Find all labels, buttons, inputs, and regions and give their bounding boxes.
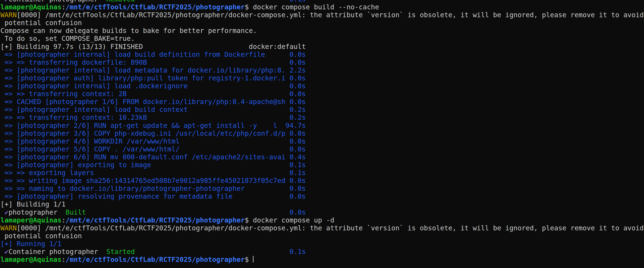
terminal-line: => [photographer internal] load build de… <box>0 50 644 58</box>
terminal-text-segment <box>0 208 4 216</box>
terminal-text-segment: => [photographer 4/6] WORKDIR /var/www/h… <box>0 137 306 145</box>
terminal-text-segment: [0000] /mnt/e/ctfTools/CtfLab/RCTF2025/p… <box>17 224 644 232</box>
terminal-text-segment: => => transferring context: 2B 0.0s <box>0 90 306 98</box>
terminal-text-segment: [+] Running 1/1 <box>0 240 62 248</box>
terminal-line: => [photographer auth] library/php:pull … <box>0 74 644 82</box>
terminal-text-segment: lamaper@Aquinas <box>0 256 62 263</box>
terminal-text-segment: => [photographer auth] library/php:pull … <box>0 74 306 82</box>
terminal-line: => [photographer] resolving provenance f… <box>0 192 644 200</box>
terminal-text-segment: potential confusion <box>0 232 82 240</box>
terminal-text-segment: ✔ <box>4 0 8 3</box>
terminal-output: ✔Container photographer Removed 0.1slama… <box>0 0 644 263</box>
terminal-text-segment: : <box>62 216 66 224</box>
terminal-line: => => transferring dockerfile: 890B 0.0s <box>0 58 644 66</box>
terminal-line: => => transferring context: 2B 0.0s <box>0 90 644 98</box>
terminal-text-segment <box>98 0 106 3</box>
terminal-line: => [photographer 4/6] WORKDIR /var/www/h… <box>0 137 644 145</box>
terminal-line: => [photographer internal] load metadata… <box>0 66 644 74</box>
terminal-text-segment: => [photographer 5/6] COPY . /var/www/ht… <box>0 145 306 153</box>
terminal-text-segment: potential confusion <box>0 19 82 26</box>
terminal-text-segment: => [photographer 2/6] RUN apt-get update… <box>0 122 306 129</box>
terminal-text-segment: => CACHED [photographer 1/6] FROM docker… <box>0 98 306 106</box>
terminal-line: [+] Building 97.7s (13/13) FINISHED dock… <box>0 42 644 50</box>
terminal-line: => [photographer 3/6] COPY php-xdebug.in… <box>0 129 644 137</box>
terminal-line: => => naming to docker.io/library/photog… <box>0 184 644 192</box>
terminal-text-segment: => => naming to docker.io/library/photog… <box>0 184 306 192</box>
terminal-text-segment: lamaper@Aquinas <box>0 216 62 224</box>
terminal-text-segment: : <box>62 3 66 11</box>
terminal-line: [+] Building 1/1 <box>0 200 644 208</box>
terminal-text-segment <box>98 248 106 256</box>
terminal-text-segment: : <box>62 256 66 263</box>
terminal-text-segment <box>86 208 290 216</box>
terminal-text-segment: => [photographer] resolving provenance f… <box>0 192 306 200</box>
terminal-text-segment: => [photographer internal] load metadata… <box>0 66 306 74</box>
terminal-text-segment: [+] Building 97.7s (13/13) FINISHED <box>0 42 143 50</box>
terminal-line: lamaper@Aquinas:/mnt/e/ctfTools/CtfLab/R… <box>0 256 644 263</box>
terminal-text-segment: WARN <box>0 11 17 19</box>
terminal-text-segment: => [photographer] exporting to image 0.1… <box>0 161 306 169</box>
terminal-text-segment: $ docker compose up -d <box>245 216 334 224</box>
terminal-text-segment: => [photographer 6/6] RUN mv 000-default… <box>0 153 306 161</box>
terminal-text-segment: ✔ <box>4 248 8 256</box>
terminal-line: => [photographer 2/6] RUN apt-get update… <box>0 122 644 129</box>
terminal-text-segment: Container photographer <box>8 0 98 3</box>
terminal-line: ✔Container photographer Removed 0.1s <box>0 0 644 3</box>
terminal-line: => => transferring context: 10.23kB 0.2s <box>0 113 644 121</box>
terminal-line: To do so, set COMPOSE_BAKE=true. <box>0 34 644 42</box>
terminal-line: WARN[0000] /mnt/e/ctfTools/CtfLab/RCTF20… <box>0 224 644 232</box>
terminal-line: => [photographer] exporting to image 0.1… <box>0 161 644 169</box>
terminal-line: => [photographer 5/6] COPY . /var/www/ht… <box>0 145 644 153</box>
terminal-line: Compose can now delegate builds to bake … <box>0 26 644 34</box>
terminal-text-segment: $ docker compose build --no-cache <box>245 3 379 11</box>
terminal-line: => => writing image sha256:14314765ed508… <box>0 176 644 184</box>
terminal-text-segment: 0.1s <box>290 248 306 256</box>
terminal-text-segment: Built <box>66 208 86 216</box>
terminal-text-segment: photographer <box>8 208 58 216</box>
terminal-text-segment: => [photographer internal] load build co… <box>0 106 306 113</box>
terminal-text-segment: docker:default <box>249 42 306 50</box>
terminal-text-segment: Removed <box>106 0 135 3</box>
terminal-text-segment: [0000] /mnt/e/ctfTools/CtfLab/RCTF2025/p… <box>17 11 644 19</box>
terminal-line: potential confusion <box>0 232 644 240</box>
terminal-line: lamaper@Aquinas:/mnt/e/ctfTools/CtfLab/R… <box>0 216 644 224</box>
terminal-line: [+] Running 1/1 <box>0 240 644 248</box>
terminal-text-segment: => => transferring dockerfile: 890B 0.0s <box>0 58 306 66</box>
text-cursor <box>253 256 254 262</box>
terminal-text-segment: $ <box>245 256 253 263</box>
terminal-text-segment <box>0 0 4 3</box>
terminal-text-segment: /mnt/e/ctfTools/CtfLab/RCTF2025/photogra… <box>66 216 244 224</box>
terminal-text-segment: 0.1s <box>290 0 306 3</box>
terminal-text-segment: => => writing image sha256:14314765ed508… <box>0 176 306 184</box>
terminal-text-segment: 0.0s <box>290 208 306 216</box>
terminal-text-segment: WARN <box>0 224 17 232</box>
terminal-text-segment: Started <box>106 248 135 256</box>
terminal[interactable]: ✔Container photographer Removed 0.1slama… <box>0 0 644 263</box>
terminal-line: => CACHED [photographer 1/6] FROM docker… <box>0 98 644 106</box>
terminal-line: => [photographer 6/6] RUN mv 000-default… <box>0 153 644 161</box>
terminal-text-segment <box>135 0 290 3</box>
terminal-text-segment: ✔ <box>4 208 8 216</box>
terminal-text-segment <box>135 248 290 256</box>
terminal-text-segment: To do so, set COMPOSE_BAKE=true. <box>0 34 135 42</box>
terminal-text-segment: => [photographer 3/6] COPY php-xdebug.in… <box>0 129 306 137</box>
terminal-line: => [photographer internal] load .dockeri… <box>0 82 644 90</box>
terminal-text-segment: Container photographer <box>8 248 98 256</box>
terminal-text-segment: => [photographer internal] load .dockeri… <box>0 82 306 90</box>
terminal-line: => [photographer internal] load build co… <box>0 106 644 113</box>
terminal-text-segment <box>0 248 4 256</box>
terminal-text-segment <box>58 208 66 216</box>
terminal-text-segment: /mnt/e/ctfTools/CtfLab/RCTF2025/photogra… <box>66 256 244 263</box>
terminal-text-segment: => => exporting layers 0.1s <box>0 169 306 176</box>
terminal-text-segment: Compose can now delegate builds to bake … <box>0 26 257 34</box>
terminal-line: ✔Container photographer Started 0.1s <box>0 248 644 256</box>
terminal-text-segment <box>143 42 249 50</box>
terminal-line: WARN[0000] /mnt/e/ctfTools/CtfLab/RCTF20… <box>0 11 644 19</box>
terminal-line: lamaper@Aquinas:/mnt/e/ctfTools/CtfLab/R… <box>0 3 644 11</box>
terminal-text-segment: => => transferring context: 10.23kB 0.2s <box>0 113 306 121</box>
terminal-line: => => exporting layers 0.1s <box>0 169 644 176</box>
terminal-text-segment: => [photographer internal] load build de… <box>0 50 306 58</box>
terminal-line: ✔photographer Built 0.0s <box>0 208 644 216</box>
terminal-line: potential confusion <box>0 19 644 26</box>
terminal-text-segment: /mnt/e/ctfTools/CtfLab/RCTF2025/photogra… <box>66 3 244 11</box>
